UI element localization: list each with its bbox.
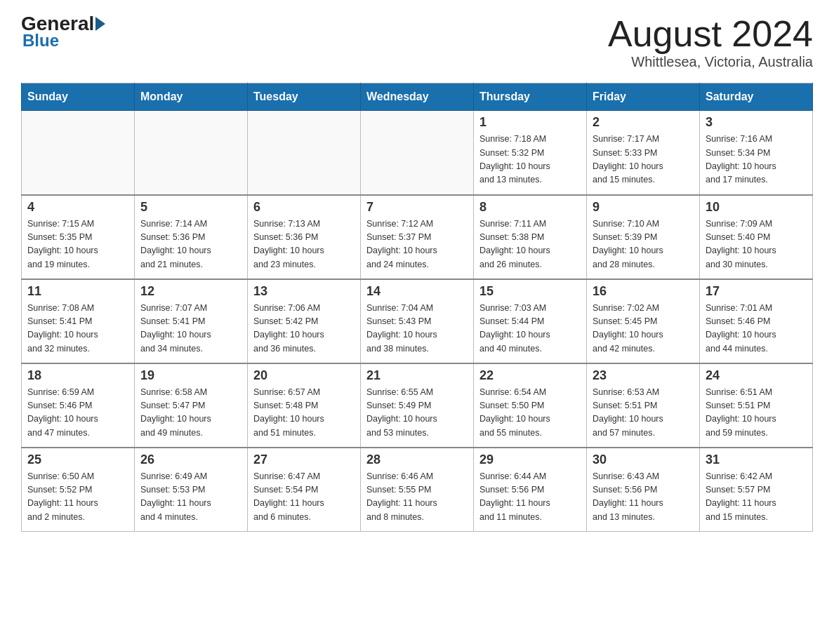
- day-number: 28: [366, 452, 468, 467]
- table-row: 28Sunrise: 6:46 AMSunset: 5:55 PMDayligh…: [361, 448, 474, 532]
- day-info: Sunrise: 7:15 AMSunset: 5:35 PMDaylight:…: [27, 217, 128, 272]
- table-row: 23Sunrise: 6:53 AMSunset: 5:51 PMDayligh…: [587, 363, 700, 448]
- logo-blue-text: Blue: [22, 31, 59, 51]
- day-number: 17: [706, 284, 807, 299]
- table-row: 22Sunrise: 6:54 AMSunset: 5:50 PMDayligh…: [474, 363, 587, 448]
- day-number: 15: [479, 284, 581, 299]
- col-saturday: Saturday: [700, 83, 813, 111]
- logo: General Blue: [21, 14, 107, 51]
- day-info: Sunrise: 7:17 AMSunset: 5:33 PMDaylight:…: [593, 133, 694, 187]
- day-number: 4: [27, 200, 128, 215]
- day-number: 27: [253, 452, 355, 467]
- table-row: 10Sunrise: 7:09 AMSunset: 5:40 PMDayligh…: [700, 195, 813, 279]
- table-row: 11Sunrise: 7:08 AMSunset: 5:41 PMDayligh…: [22, 279, 135, 363]
- day-number: 9: [593, 200, 694, 215]
- table-row: 2Sunrise: 7:17 AMSunset: 5:33 PMDaylight…: [587, 111, 700, 195]
- table-row: [135, 111, 248, 195]
- day-info: Sunrise: 6:43 AMSunset: 5:56 PMDaylight:…: [593, 470, 694, 525]
- table-row: 30Sunrise: 6:43 AMSunset: 5:56 PMDayligh…: [587, 448, 700, 532]
- day-info: Sunrise: 6:46 AMSunset: 5:55 PMDaylight:…: [366, 470, 468, 525]
- table-row: 3Sunrise: 7:16 AMSunset: 5:34 PMDaylight…: [700, 111, 813, 195]
- table-row: 14Sunrise: 7:04 AMSunset: 5:43 PMDayligh…: [361, 279, 474, 363]
- day-info: Sunrise: 7:03 AMSunset: 5:44 PMDaylight:…: [479, 302, 581, 356]
- table-row: 27Sunrise: 6:47 AMSunset: 5:54 PMDayligh…: [248, 448, 361, 532]
- table-row: 18Sunrise: 6:59 AMSunset: 5:46 PMDayligh…: [22, 363, 135, 448]
- table-row: 9Sunrise: 7:10 AMSunset: 5:39 PMDaylight…: [587, 195, 700, 279]
- col-friday: Friday: [587, 83, 700, 111]
- location-title: Whittlesea, Victoria, Australia: [608, 54, 813, 70]
- day-info: Sunrise: 7:14 AMSunset: 5:36 PMDaylight:…: [140, 217, 241, 272]
- day-number: 13: [253, 284, 355, 299]
- table-row: 12Sunrise: 7:07 AMSunset: 5:41 PMDayligh…: [135, 279, 248, 363]
- logo-arrow-icon: [95, 17, 105, 31]
- day-info: Sunrise: 6:42 AMSunset: 5:57 PMDaylight:…: [706, 470, 807, 525]
- day-number: 14: [366, 284, 468, 299]
- day-info: Sunrise: 7:13 AMSunset: 5:36 PMDaylight:…: [253, 217, 355, 272]
- day-info: Sunrise: 7:08 AMSunset: 5:41 PMDaylight:…: [27, 302, 128, 356]
- day-info: Sunrise: 6:44 AMSunset: 5:56 PMDaylight:…: [479, 470, 581, 525]
- day-info: Sunrise: 7:01 AMSunset: 5:46 PMDaylight:…: [706, 302, 807, 356]
- table-row: 7Sunrise: 7:12 AMSunset: 5:37 PMDaylight…: [361, 195, 474, 279]
- day-number: 26: [140, 452, 241, 467]
- day-number: 29: [479, 452, 581, 467]
- col-sunday: Sunday: [22, 83, 135, 111]
- day-info: Sunrise: 7:09 AMSunset: 5:40 PMDaylight:…: [706, 217, 807, 272]
- day-info: Sunrise: 7:16 AMSunset: 5:34 PMDaylight:…: [706, 133, 807, 187]
- day-number: 20: [253, 368, 355, 383]
- col-thursday: Thursday: [474, 83, 587, 111]
- day-number: 2: [593, 115, 694, 130]
- page-header: General Blue August 2024 Whittlesea, Vic…: [21, 14, 813, 70]
- day-info: Sunrise: 6:51 AMSunset: 5:51 PMDaylight:…: [706, 386, 807, 441]
- day-number: 23: [593, 368, 694, 383]
- day-number: 21: [366, 368, 468, 383]
- day-info: Sunrise: 7:07 AMSunset: 5:41 PMDaylight:…: [140, 302, 241, 356]
- table-row: 19Sunrise: 6:58 AMSunset: 5:47 PMDayligh…: [135, 363, 248, 448]
- table-row: 8Sunrise: 7:11 AMSunset: 5:38 PMDaylight…: [474, 195, 587, 279]
- day-number: 16: [593, 284, 694, 299]
- day-info: Sunrise: 7:11 AMSunset: 5:38 PMDaylight:…: [479, 217, 581, 272]
- table-row: [22, 111, 135, 195]
- day-number: 7: [366, 200, 468, 215]
- day-number: 30: [593, 452, 694, 467]
- day-info: Sunrise: 7:04 AMSunset: 5:43 PMDaylight:…: [366, 302, 468, 356]
- day-number: 8: [479, 200, 581, 215]
- month-title: August 2024: [608, 14, 813, 54]
- table-row: 6Sunrise: 7:13 AMSunset: 5:36 PMDaylight…: [248, 195, 361, 279]
- day-number: 18: [27, 368, 128, 383]
- day-info: Sunrise: 7:18 AMSunset: 5:32 PMDaylight:…: [479, 133, 581, 187]
- calendar-week-row: 1Sunrise: 7:18 AMSunset: 5:32 PMDaylight…: [22, 111, 813, 195]
- table-row: 17Sunrise: 7:01 AMSunset: 5:46 PMDayligh…: [700, 279, 813, 363]
- day-number: 22: [479, 368, 581, 383]
- table-row: 20Sunrise: 6:57 AMSunset: 5:48 PMDayligh…: [248, 363, 361, 448]
- table-row: 1Sunrise: 7:18 AMSunset: 5:32 PMDaylight…: [474, 111, 587, 195]
- calendar-week-row: 25Sunrise: 6:50 AMSunset: 5:52 PMDayligh…: [22, 448, 813, 532]
- day-number: 31: [706, 452, 807, 467]
- calendar-week-row: 11Sunrise: 7:08 AMSunset: 5:41 PMDayligh…: [22, 279, 813, 363]
- day-info: Sunrise: 6:50 AMSunset: 5:52 PMDaylight:…: [27, 470, 128, 525]
- day-info: Sunrise: 6:53 AMSunset: 5:51 PMDaylight:…: [593, 386, 694, 441]
- table-row: 5Sunrise: 7:14 AMSunset: 5:36 PMDaylight…: [135, 195, 248, 279]
- calendar-header-row: Sunday Monday Tuesday Wednesday Thursday…: [22, 83, 813, 111]
- day-info: Sunrise: 7:06 AMSunset: 5:42 PMDaylight:…: [253, 302, 355, 356]
- day-info: Sunrise: 6:58 AMSunset: 5:47 PMDaylight:…: [140, 386, 241, 441]
- calendar-week-row: 4Sunrise: 7:15 AMSunset: 5:35 PMDaylight…: [22, 195, 813, 279]
- table-row: 16Sunrise: 7:02 AMSunset: 5:45 PMDayligh…: [587, 279, 700, 363]
- table-row: 24Sunrise: 6:51 AMSunset: 5:51 PMDayligh…: [700, 363, 813, 448]
- day-number: 24: [706, 368, 807, 383]
- day-number: 3: [706, 115, 807, 130]
- day-info: Sunrise: 6:57 AMSunset: 5:48 PMDaylight:…: [253, 386, 355, 441]
- table-row: 21Sunrise: 6:55 AMSunset: 5:49 PMDayligh…: [361, 363, 474, 448]
- title-block: August 2024 Whittlesea, Victoria, Austra…: [608, 14, 813, 70]
- day-info: Sunrise: 7:02 AMSunset: 5:45 PMDaylight:…: [593, 302, 694, 356]
- day-info: Sunrise: 6:47 AMSunset: 5:54 PMDaylight:…: [253, 470, 355, 525]
- col-tuesday: Tuesday: [248, 83, 361, 111]
- day-number: 19: [140, 368, 241, 383]
- col-wednesday: Wednesday: [361, 83, 474, 111]
- day-number: 25: [27, 452, 128, 467]
- day-number: 10: [706, 200, 807, 215]
- day-number: 5: [140, 200, 241, 215]
- table-row: 26Sunrise: 6:49 AMSunset: 5:53 PMDayligh…: [135, 448, 248, 532]
- day-number: 11: [27, 284, 128, 299]
- day-info: Sunrise: 7:10 AMSunset: 5:39 PMDaylight:…: [593, 217, 694, 272]
- calendar-week-row: 18Sunrise: 6:59 AMSunset: 5:46 PMDayligh…: [22, 363, 813, 448]
